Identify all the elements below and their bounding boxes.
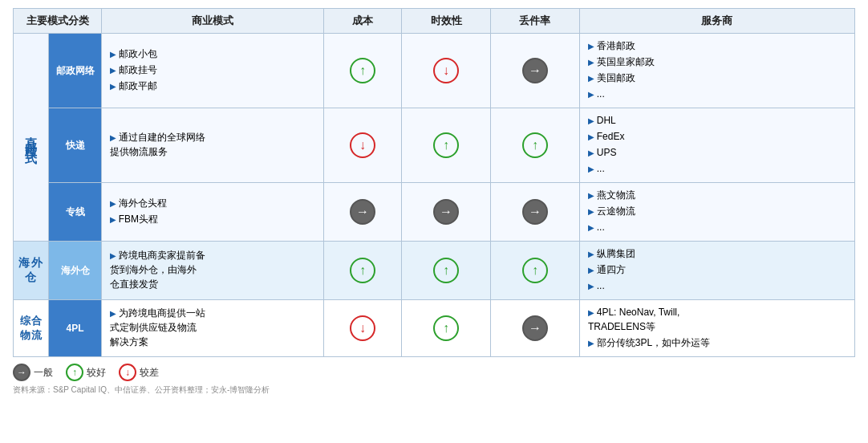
down-red-icon: ↓ — [350, 132, 375, 158]
table-row: 综合物流 4PL 为跨境电商提供一站式定制供应链及物流解决方案 ↓ ↑ — [14, 300, 855, 357]
legend-good-label: 较好 — [87, 366, 106, 380]
header-biz-model: 商业模式 — [102, 9, 324, 34]
cost-4pl: ↓ — [323, 300, 401, 357]
time-4pl: ↑ — [402, 300, 491, 357]
main-category-zhiyou: 直邮模式 — [14, 34, 49, 242]
table-row: 直邮模式 邮政网络 邮政小包 邮政挂号 邮政平邮 ↑ ↓ — [14, 34, 855, 108]
legend-general-label: 一般 — [34, 366, 53, 380]
model-4pl: 为跨境电商提供一站式定制供应链及物流解决方案 — [102, 300, 324, 357]
table-row: 海外仓 海外仓 跨境电商卖家提前备货到海外仓，由海外仓直接发货 ↑ ↑ — [14, 242, 855, 300]
header-time: 时效性 — [402, 9, 491, 34]
time-youzheng: ↓ — [402, 34, 491, 108]
legend-up-green-icon: ↑ — [66, 364, 83, 381]
damage-4pl: → — [490, 300, 579, 357]
right-gray-icon: → — [522, 315, 548, 341]
damage-zhuanxian: → — [490, 183, 579, 242]
table-row: 快递 通过自建的全球网络提供物流服务 ↓ ↑ ↑ — [14, 108, 855, 183]
time-haiwai: ↑ — [402, 242, 491, 300]
time-zhuanxian: → — [402, 183, 491, 242]
legend-right-gray-icon: → — [13, 364, 30, 381]
table-row: 专线 海外仓头程 FBM头程 → → → — [14, 183, 855, 242]
model-haiwai: 跨境电商卖家提前备货到海外仓，由海外仓直接发货 — [102, 242, 324, 300]
cost-zhuanxian: → — [323, 183, 401, 242]
sub-category-kuaidi: 快递 — [49, 108, 102, 183]
service-kuaidi: DHL FedEx UPS ... — [579, 108, 854, 183]
damage-haiwai: ↑ — [490, 242, 579, 300]
service-4pl: 4PL: NeoNav, Twill,TRADELENS等 部分传统3PL，如中… — [579, 300, 854, 357]
time-kuaidi: ↑ — [402, 108, 491, 183]
header-service: 服务商 — [579, 9, 854, 34]
header-damage: 丢件率 — [490, 9, 579, 34]
main-container: 主要模式分类 商业模式 成本 时效性 丢件率 服务商 直邮模式 邮政网络 — [13, 8, 855, 396]
right-gray-icon: → — [350, 199, 375, 225]
service-youzheng: 香港邮政 英国皇家邮政 美国邮政 ... — [579, 34, 854, 108]
up-green-icon: ↑ — [433, 258, 459, 283]
right-gray-icon: → — [433, 199, 459, 225]
cost-youzheng: ↑ — [323, 34, 401, 108]
sub-category-youzheng: 邮政网络 — [49, 34, 102, 108]
cost-kuaidi: ↓ — [323, 108, 401, 183]
right-gray-icon: → — [522, 58, 548, 83]
header-main-category: 主要模式分类 — [14, 9, 102, 34]
model-zhuanxian: 海外仓头程 FBM头程 — [102, 183, 324, 242]
legend-row: → 一般 ↑ 较好 ↓ 较差 — [13, 364, 855, 381]
main-category-haiwai: 海外仓 — [14, 242, 49, 300]
service-haiwai: 纵腾集团 通四方 ... — [579, 242, 854, 300]
service-zhuanxian: 燕文物流 云途物流 ... — [579, 183, 854, 242]
up-green-icon: ↑ — [433, 132, 459, 158]
sub-category-4pl: 4PL — [49, 300, 102, 357]
sub-category-haiwai: 海外仓 — [49, 242, 102, 300]
up-green-icon: ↑ — [522, 258, 548, 283]
down-red-icon: ↓ — [433, 58, 459, 83]
legend-poor-label: 较差 — [140, 366, 159, 380]
comparison-table: 主要模式分类 商业模式 成本 时效性 丢件率 服务商 直邮模式 邮政网络 — [13, 8, 855, 357]
model-youzheng: 邮政小包 邮政挂号 邮政平邮 — [102, 34, 324, 108]
right-gray-icon: → — [522, 199, 548, 225]
header-cost: 成本 — [323, 9, 401, 34]
damage-kuaidi: ↑ — [490, 108, 579, 183]
legend-poor: ↓ 较差 — [119, 364, 159, 381]
down-red-icon: ↓ — [350, 315, 375, 341]
sub-category-zhuanxian: 专线 — [49, 183, 102, 242]
legend-down-red-icon: ↓ — [119, 364, 136, 381]
legend-general: → 一般 — [13, 364, 53, 381]
up-green-icon: ↑ — [350, 258, 375, 283]
damage-youzheng: → — [490, 34, 579, 108]
model-kuaidi: 通过自建的全球网络提供物流服务 — [102, 108, 324, 183]
up-green-icon: ↑ — [522, 132, 548, 158]
up-green-icon: ↑ — [433, 315, 459, 341]
cost-haiwai: ↑ — [323, 242, 401, 300]
footnote: 资料来源：S&P Capital IQ、中信证券、公开资料整理；安永-博智隆分析 — [13, 384, 855, 396]
up-green-icon: ↑ — [350, 58, 375, 83]
legend-good: ↑ 较好 — [66, 364, 106, 381]
main-category-zonghe: 综合物流 — [14, 300, 49, 357]
